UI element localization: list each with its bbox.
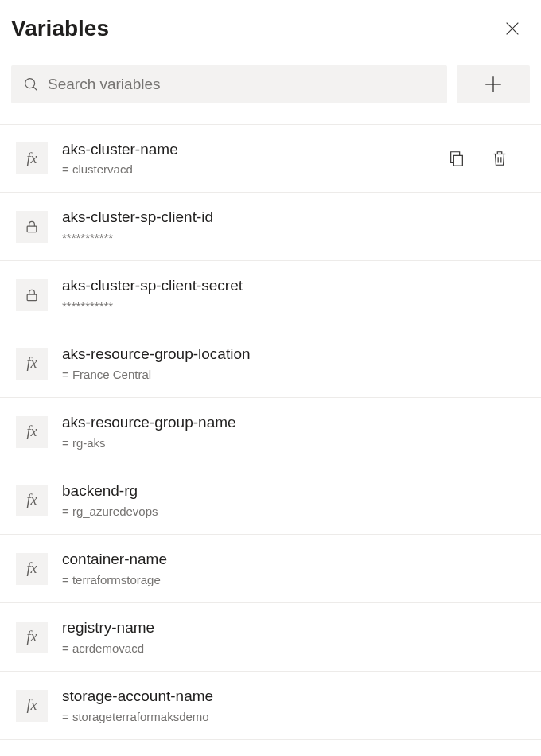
row-actions <box>447 149 530 168</box>
variable-body: aks-resource-group-location= France Cent… <box>62 344 530 383</box>
variable-row[interactable]: fxstorage-account-name= storageterraform… <box>0 672 541 740</box>
variable-row[interactable]: aks-cluster-sp-client-secret*********** <box>0 261 541 329</box>
variable-fx-icon: fx <box>16 416 48 448</box>
variable-fx-icon: fx <box>16 348 48 380</box>
variable-row[interactable]: aks-cluster-sp-client-id*********** <box>0 193 541 261</box>
copy-icon <box>448 150 465 167</box>
close-button[interactable] <box>495 11 530 46</box>
page-title: Variables <box>11 16 109 41</box>
variable-body: aks-resource-group-name= rg-aks <box>62 412 530 451</box>
variable-value: = acrdemovacd <box>62 638 530 657</box>
close-icon <box>504 20 521 37</box>
svg-point-2 <box>25 79 35 88</box>
variables-list: fxaks-cluster-name= clustervacdaks-clust… <box>0 124 541 740</box>
svg-rect-10 <box>27 226 37 232</box>
panel-header: Variables <box>11 11 530 65</box>
fx-icon: fx <box>27 150 37 167</box>
fx-icon: fx <box>27 355 37 372</box>
fx-icon: fx <box>27 629 37 645</box>
fx-icon: fx <box>27 423 37 440</box>
variable-value: = clustervacd <box>62 159 433 177</box>
variable-value: = storageterraformaksdemo <box>62 707 530 725</box>
add-variable-button[interactable] <box>457 65 530 103</box>
fx-icon: fx <box>27 560 37 577</box>
fx-icon: fx <box>27 492 37 509</box>
svg-rect-11 <box>27 294 37 301</box>
variable-row[interactable]: fxregistry-name= acrdemovacd <box>0 603 541 672</box>
variable-row[interactable]: fxbackend-rg= rg_azuredevops <box>0 466 541 535</box>
trash-icon <box>491 150 508 167</box>
lock-icon <box>24 287 40 303</box>
variable-body: aks-cluster-sp-client-secret*********** <box>62 275 530 314</box>
search-input[interactable] <box>48 76 436 93</box>
plus-icon <box>483 74 504 95</box>
variable-row[interactable]: fxaks-cluster-name= clustervacd <box>0 124 541 193</box>
variable-fx-icon: fx <box>16 622 48 653</box>
variable-row[interactable]: fxcontainer-name= terraformstorage <box>0 535 541 603</box>
variable-fx-icon: fx <box>16 142 48 174</box>
variable-row[interactable]: fxaks-resource-group-location= France Ce… <box>0 329 541 398</box>
fx-icon: fx <box>27 697 37 714</box>
variable-body: container-name= terraformstorage <box>62 549 530 588</box>
variable-name: storage-account-name <box>62 686 530 707</box>
variable-name: backend-rg <box>62 481 530 501</box>
variable-name: aks-cluster-sp-client-id <box>62 207 530 228</box>
copy-button[interactable] <box>447 149 466 168</box>
search-icon <box>22 76 40 93</box>
svg-line-3 <box>33 87 37 90</box>
variable-fx-icon: fx <box>16 553 48 585</box>
variable-value: = France Central <box>62 364 530 383</box>
variable-name: aks-resource-group-location <box>62 344 530 364</box>
variable-body: backend-rg= rg_azuredevops <box>62 481 530 520</box>
variables-panel: Variables fxaks-cluster-name= clustervac… <box>0 0 541 740</box>
variable-value: = terraformstorage <box>62 570 530 588</box>
svg-rect-6 <box>453 155 462 166</box>
delete-button[interactable] <box>490 149 509 168</box>
variable-name: aks-resource-group-name <box>62 412 530 433</box>
variable-body: aks-cluster-sp-client-id*********** <box>62 207 530 246</box>
variable-secret-icon <box>16 211 48 243</box>
variable-body: aks-cluster-name= clustervacd <box>62 139 433 178</box>
variable-value: *********** <box>62 296 530 314</box>
variable-name: aks-cluster-name <box>62 139 433 160</box>
variable-name: container-name <box>62 549 530 570</box>
variable-body: registry-name= acrdemovacd <box>62 618 530 657</box>
variable-row[interactable]: fxaks-resource-group-name= rg-aks <box>0 398 541 466</box>
search-field[interactable] <box>11 65 447 103</box>
variable-body: storage-account-name= storageterraformak… <box>62 686 530 725</box>
variable-value: = rg_azuredevops <box>62 501 530 520</box>
lock-icon <box>24 219 40 235</box>
variable-fx-icon: fx <box>16 690 48 722</box>
toolbar <box>11 65 530 124</box>
variable-name: registry-name <box>62 618 530 638</box>
variable-value: = rg-aks <box>62 433 530 451</box>
variable-name: aks-cluster-sp-client-secret <box>62 275 530 296</box>
variable-secret-icon <box>16 279 48 311</box>
variable-value: *********** <box>62 228 530 246</box>
variable-fx-icon: fx <box>16 485 48 516</box>
